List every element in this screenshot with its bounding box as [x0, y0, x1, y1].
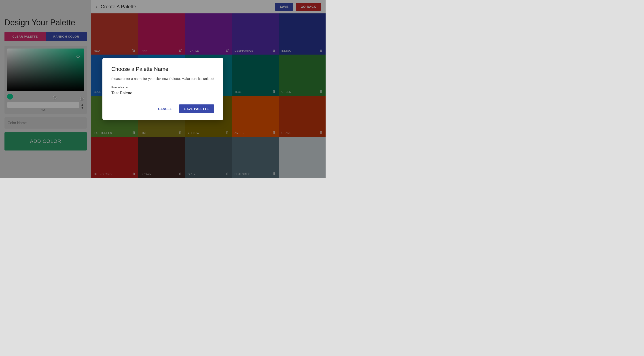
save-palette-button[interactable]: SAVE PALETTE — [179, 104, 214, 113]
modal-input-label: Palette Name — [111, 86, 214, 89]
modal-overlay: Choose a Palette Name Please enter a nam… — [0, 0, 326, 178]
modal-dialog: Choose a Palette Name Please enter a nam… — [102, 58, 223, 120]
modal-buttons: CANCEL SAVE PALETTE — [111, 104, 214, 113]
cancel-button[interactable]: CANCEL — [154, 104, 175, 113]
modal-description: Please enter a name for your sick new Pa… — [111, 77, 214, 80]
palette-name-input[interactable] — [111, 90, 214, 97]
modal-title: Choose a Palette Name — [111, 66, 214, 72]
